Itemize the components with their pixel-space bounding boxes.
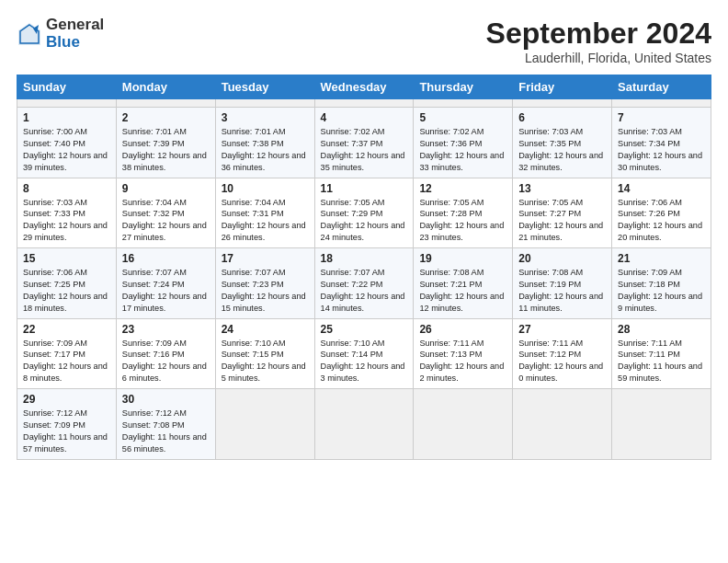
cell-4-4: 26Sunrise: 7:11 AMSunset: 7:13 PMDayligh…	[414, 318, 513, 389]
col-header-monday: Monday	[116, 75, 215, 99]
day-number: 17	[222, 252, 309, 265]
col-header-sunday: Sunday	[17, 75, 117, 99]
cell-2-0: 8Sunrise: 7:03 AMSunset: 7:33 PMDaylight…	[17, 178, 117, 248]
cell-2-2: 10Sunrise: 7:04 AMSunset: 7:31 PMDayligh…	[215, 178, 314, 248]
day-number: 4	[321, 111, 408, 124]
cell-2-5: 13Sunrise: 7:05 AMSunset: 7:27 PMDayligh…	[513, 178, 612, 248]
cell-5-2	[215, 389, 314, 460]
cell-content: Sunrise: 7:10 AMSunset: 7:15 PMDaylight:…	[222, 338, 309, 385]
cell-content: Sunrise: 7:12 AMSunset: 7:08 PMDaylight:…	[122, 408, 210, 455]
cell-content: Sunrise: 7:11 AMSunset: 7:13 PMDaylight:…	[419, 338, 506, 385]
cell-content: Sunrise: 7:10 AMSunset: 7:14 PMDaylight:…	[321, 338, 408, 385]
week-row-5: 29Sunrise: 7:12 AMSunset: 7:09 PMDayligh…	[17, 389, 711, 460]
cell-content: Sunrise: 7:08 AMSunset: 7:19 PMDaylight:…	[518, 267, 606, 315]
logo-general: General	[46, 17, 104, 34]
cell-1-0: 1Sunrise: 7:00 AMSunset: 7:40 PMDaylight…	[17, 108, 117, 178]
logo: General Blue	[17, 17, 104, 51]
cell-content: Sunrise: 7:05 AMSunset: 7:28 PMDaylight:…	[419, 197, 506, 245]
cell-content: Sunrise: 7:03 AMSunset: 7:34 PMDaylight:…	[618, 126, 705, 174]
cell-content: Sunrise: 7:05 AMSunset: 7:27 PMDaylight:…	[518, 197, 606, 245]
day-number: 3	[222, 111, 309, 124]
cell-5-4	[414, 389, 513, 460]
col-header-wednesday: Wednesday	[314, 75, 414, 99]
day-number: 18	[321, 252, 408, 265]
cell-0-6	[612, 99, 711, 108]
day-number: 9	[122, 182, 210, 195]
cell-0-2	[215, 99, 314, 108]
cell-content: Sunrise: 7:00 AMSunset: 7:40 PMDaylight:…	[23, 126, 110, 174]
cell-content: Sunrise: 7:11 AMSunset: 7:12 PMDaylight:…	[518, 338, 606, 385]
day-number: 21	[618, 252, 705, 265]
logo-blue: Blue	[46, 34, 104, 52]
cell-0-4	[414, 99, 513, 108]
day-number: 15	[23, 252, 110, 265]
cell-content: Sunrise: 7:06 AMSunset: 7:25 PMDaylight:…	[23, 267, 110, 315]
day-number: 1	[23, 111, 110, 124]
day-number: 25	[321, 323, 408, 336]
header-row: SundayMondayTuesdayWednesdayThursdayFrid…	[17, 75, 711, 99]
cell-content: Sunrise: 7:05 AMSunset: 7:29 PMDaylight:…	[321, 197, 408, 245]
cell-2-6: 14Sunrise: 7:06 AMSunset: 7:26 PMDayligh…	[612, 178, 711, 248]
cell-2-1: 9Sunrise: 7:04 AMSunset: 7:32 PMDaylight…	[116, 178, 215, 248]
day-number: 10	[222, 182, 309, 195]
cell-1-3: 4Sunrise: 7:02 AMSunset: 7:37 PMDaylight…	[314, 108, 414, 178]
cell-0-5	[513, 99, 612, 108]
cell-content: Sunrise: 7:07 AMSunset: 7:24 PMDaylight:…	[122, 267, 210, 315]
cell-4-5: 27Sunrise: 7:11 AMSunset: 7:12 PMDayligh…	[513, 318, 612, 389]
day-number: 7	[618, 111, 705, 124]
cell-content: Sunrise: 7:09 AMSunset: 7:16 PMDaylight:…	[122, 338, 210, 385]
location: Lauderhill, Florida, United States	[486, 51, 711, 65]
week-row-3: 15Sunrise: 7:06 AMSunset: 7:25 PMDayligh…	[17, 248, 711, 319]
cell-content: Sunrise: 7:09 AMSunset: 7:18 PMDaylight:…	[618, 267, 705, 315]
header-area: General Blue September 2024 Lauderhill, …	[17, 17, 711, 65]
cell-0-1	[116, 99, 215, 108]
cell-content: Sunrise: 7:01 AMSunset: 7:39 PMDaylight:…	[122, 126, 210, 174]
day-number: 8	[23, 182, 110, 195]
cell-3-2: 17Sunrise: 7:07 AMSunset: 7:23 PMDayligh…	[215, 248, 314, 319]
week-row-2: 8Sunrise: 7:03 AMSunset: 7:33 PMDaylight…	[17, 178, 711, 248]
cell-content: Sunrise: 7:12 AMSunset: 7:09 PMDaylight:…	[23, 408, 110, 455]
month-title: September 2024	[486, 17, 711, 51]
cell-5-5	[513, 389, 612, 460]
cell-content: Sunrise: 7:06 AMSunset: 7:26 PMDaylight:…	[618, 197, 705, 245]
cell-3-1: 16Sunrise: 7:07 AMSunset: 7:24 PMDayligh…	[116, 248, 215, 319]
cell-5-6	[612, 389, 711, 460]
cell-content: Sunrise: 7:02 AMSunset: 7:37 PMDaylight:…	[321, 126, 408, 174]
day-number: 24	[222, 323, 309, 336]
page: General Blue September 2024 Lauderhill, …	[0, 0, 728, 563]
cell-content: Sunrise: 7:07 AMSunset: 7:23 PMDaylight:…	[222, 267, 309, 315]
logo-icon	[17, 21, 42, 47]
day-number: 12	[419, 182, 506, 195]
cell-1-5: 6Sunrise: 7:03 AMSunset: 7:35 PMDaylight…	[513, 108, 612, 178]
week-row-4: 22Sunrise: 7:09 AMSunset: 7:17 PMDayligh…	[17, 318, 711, 389]
cell-content: Sunrise: 7:04 AMSunset: 7:31 PMDaylight:…	[222, 197, 309, 245]
cell-content: Sunrise: 7:03 AMSunset: 7:35 PMDaylight:…	[518, 126, 606, 174]
col-header-friday: Friday	[513, 75, 612, 99]
cell-2-3: 11Sunrise: 7:05 AMSunset: 7:29 PMDayligh…	[314, 178, 414, 248]
cell-5-0: 29Sunrise: 7:12 AMSunset: 7:09 PMDayligh…	[17, 389, 117, 460]
cell-content: Sunrise: 7:04 AMSunset: 7:32 PMDaylight:…	[122, 197, 210, 245]
cell-content: Sunrise: 7:03 AMSunset: 7:33 PMDaylight:…	[23, 197, 110, 245]
cell-5-3	[314, 389, 414, 460]
cell-content: Sunrise: 7:09 AMSunset: 7:17 PMDaylight:…	[23, 338, 110, 385]
day-number: 26	[419, 323, 506, 336]
cell-3-4: 19Sunrise: 7:08 AMSunset: 7:21 PMDayligh…	[414, 248, 513, 319]
cell-2-4: 12Sunrise: 7:05 AMSunset: 7:28 PMDayligh…	[414, 178, 513, 248]
cell-0-3	[314, 99, 414, 108]
day-number: 13	[518, 182, 606, 195]
col-header-thursday: Thursday	[414, 75, 513, 99]
cell-4-0: 22Sunrise: 7:09 AMSunset: 7:17 PMDayligh…	[17, 318, 117, 389]
day-number: 5	[419, 111, 506, 124]
day-number: 2	[122, 111, 210, 124]
day-number: 22	[23, 323, 110, 336]
calendar-table: SundayMondayTuesdayWednesdayThursdayFrid…	[17, 75, 711, 460]
cell-1-4: 5Sunrise: 7:02 AMSunset: 7:36 PMDaylight…	[414, 108, 513, 178]
cell-content: Sunrise: 7:01 AMSunset: 7:38 PMDaylight:…	[222, 126, 309, 174]
day-number: 14	[618, 182, 705, 195]
cell-4-3: 25Sunrise: 7:10 AMSunset: 7:14 PMDayligh…	[314, 318, 414, 389]
col-header-saturday: Saturday	[612, 75, 711, 99]
col-header-tuesday: Tuesday	[215, 75, 314, 99]
week-row-0	[17, 99, 711, 108]
cell-1-2: 3Sunrise: 7:01 AMSunset: 7:38 PMDaylight…	[215, 108, 314, 178]
cell-3-0: 15Sunrise: 7:06 AMSunset: 7:25 PMDayligh…	[17, 248, 117, 319]
